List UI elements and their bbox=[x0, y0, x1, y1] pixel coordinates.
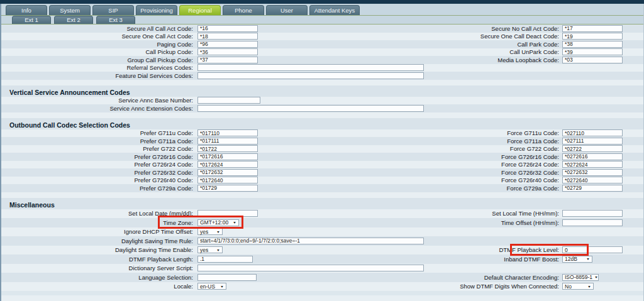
force-g726r40-code-input[interactable]: *0272640 bbox=[562, 177, 623, 183]
field-slot: *0172632 bbox=[197, 168, 258, 177]
field-slot: *19 bbox=[562, 33, 623, 41]
selected-value: No bbox=[565, 283, 572, 290]
prefer-g711a-code-input[interactable]: *017111 bbox=[197, 138, 258, 145]
force-g711u-code-input[interactable]: *027110 bbox=[562, 129, 623, 136]
group-call-pickup-code-input[interactable]: *37 bbox=[197, 57, 258, 63]
prefer-g726r32-code-input[interactable]: *0172632 bbox=[197, 169, 258, 176]
force-g729a-code-input[interactable]: *02729 bbox=[562, 185, 623, 192]
field-slot: *01729 bbox=[197, 184, 258, 192]
form-row: Prefer G711a Code:*017111Force G711a Cod… bbox=[1, 137, 643, 145]
show-dtmf-digits-when-connected-select[interactable]: No▼ bbox=[562, 283, 594, 290]
chevron-down-icon: ▼ bbox=[586, 258, 590, 261]
form-row: Dictionary Server Script: bbox=[1, 264, 643, 273]
secure-one-call-act-code-input[interactable]: *18 bbox=[197, 33, 258, 40]
prefer-g726r16-code-label: Prefer G726r16 Code: bbox=[1, 153, 193, 161]
prefer-g711u-code-label: Prefer G711u Code: bbox=[1, 129, 193, 138]
bottom-filler bbox=[1, 291, 643, 301]
secure-all-call-act-code-label: Secure All Call Act Code: bbox=[1, 25, 193, 33]
secure-all-call-act-code-input[interactable]: *16 bbox=[197, 25, 258, 32]
call-unpark-code-input[interactable]: *39 bbox=[562, 48, 623, 55]
media-loopback-code-input[interactable]: *03 bbox=[562, 57, 623, 63]
tab-ext-3[interactable]: Ext 3 bbox=[96, 16, 135, 24]
form-row: Service Annc Base Number: bbox=[1, 97, 643, 105]
time-zone-select[interactable]: GMT+12:00▼ bbox=[197, 219, 239, 226]
tab-regional[interactable]: Regional bbox=[179, 5, 221, 15]
call-pickup-code-input[interactable]: *36 bbox=[197, 48, 258, 55]
form-row: Service Annc Extension Codes: bbox=[1, 104, 643, 112]
force-g711a-code-input[interactable]: *027111 bbox=[562, 138, 623, 145]
inband-dtmf-boost-select[interactable]: 12dB▼ bbox=[562, 256, 592, 263]
service-annc-base-number-input[interactable] bbox=[197, 97, 260, 104]
secure-one-call-act-code-label: Secure One Call Act Code: bbox=[1, 33, 193, 41]
field-slot: *02729 bbox=[562, 184, 623, 192]
prefer-g726r40-code-input[interactable]: *0172640 bbox=[197, 177, 258, 183]
ignore-dhcp-time-offset-select[interactable]: yes▼ bbox=[197, 228, 223, 235]
referral-services-codes-input[interactable] bbox=[197, 64, 424, 71]
tab-ext-1[interactable]: Ext 1 bbox=[12, 16, 51, 24]
field-slot: *0272632 bbox=[562, 168, 623, 177]
prefer-g722-code-input[interactable]: *01722 bbox=[197, 145, 258, 152]
chevron-down-icon: ▼ bbox=[594, 276, 598, 279]
force-g726r24-code-input[interactable]: *0272624 bbox=[562, 161, 623, 168]
force-g726r32-code-input[interactable]: *0272632 bbox=[562, 169, 623, 176]
section-title-outbound-call-codec-selection-codes: Outbound Call Codec Selection Codes bbox=[1, 118, 643, 129]
prefer-g711u-code-input[interactable]: *017110 bbox=[197, 129, 258, 136]
tab-system[interactable]: System bbox=[49, 5, 91, 15]
dtmf-playback-length-input[interactable]: .1 bbox=[197, 256, 253, 263]
tab-ext-2[interactable]: Ext 2 bbox=[54, 16, 93, 24]
form-row: Call Pickup Code:*36Call UnPark Code:*39 bbox=[1, 48, 643, 57]
daylight-saving-time-rule-input[interactable]: start=4/1/7/3:0:0;end=9/-1/7/2:0:0;save=… bbox=[197, 238, 424, 244]
dictionary-server-script-input[interactable] bbox=[197, 265, 424, 271]
spacer-row bbox=[1, 112, 643, 118]
form-row: Prefer G726r16 Code:*0172616Force G726r1… bbox=[1, 153, 643, 161]
form-row: Language Selection:Default Character Enc… bbox=[1, 273, 643, 282]
set-local-time-hh-mm-input[interactable] bbox=[562, 210, 623, 217]
field-slot: *02722 bbox=[562, 145, 623, 153]
field-slot: *017110 bbox=[197, 129, 258, 138]
prefer-g722-code-label: Prefer G722 Code: bbox=[1, 145, 193, 153]
chevron-down-icon: ▼ bbox=[587, 285, 591, 288]
locale-select[interactable]: en-US▼ bbox=[197, 283, 226, 290]
call-park-code-input[interactable]: *38 bbox=[562, 41, 623, 48]
language-selection-label: Language Selection: bbox=[1, 273, 193, 282]
tab-attendant-keys[interactable]: Attendant Keys bbox=[309, 5, 360, 15]
secure-one-call-deact-code-input[interactable]: *19 bbox=[562, 33, 623, 40]
prefer-g726r24-code-input[interactable]: *0172624 bbox=[197, 161, 258, 168]
time-offset-hh-mm-input[interactable] bbox=[562, 219, 623, 226]
form-row: Referral Services Codes: bbox=[1, 64, 643, 72]
force-g726r32-code-label: Force G726r32 Code: bbox=[341, 168, 559, 177]
selected-value: 12dB bbox=[565, 256, 577, 262]
form-row: Secure All Call Act Code:*16Secure No Ca… bbox=[1, 25, 643, 33]
secure-no-call-act-code-input[interactable]: *17 bbox=[562, 25, 623, 32]
daylight-saving-time-enable-select[interactable]: yes▼ bbox=[197, 246, 223, 253]
field-slot: *0172624 bbox=[197, 161, 258, 169]
prefer-g729a-code-input[interactable]: *01729 bbox=[197, 185, 258, 192]
force-g726r16-code-input[interactable]: *0272616 bbox=[562, 153, 623, 160]
form-row: Daylight Saving Time Enable:yes▼DTMF Pla… bbox=[1, 246, 643, 255]
prefer-g726r16-code-input[interactable]: *0172616 bbox=[197, 153, 258, 160]
feature-dial-services-codes-input[interactable] bbox=[197, 72, 424, 79]
tab-info[interactable]: Info bbox=[6, 5, 47, 15]
field-slot: *01722 bbox=[197, 145, 258, 153]
tab-sip[interactable]: SIP bbox=[92, 5, 134, 15]
field-slot: yes▼ bbox=[197, 227, 223, 237]
tab-user[interactable]: User bbox=[266, 5, 308, 15]
force-g726r16-code-label: Force G726r16 Code: bbox=[341, 153, 559, 161]
force-g722-code-input[interactable]: *02722 bbox=[562, 145, 623, 152]
spacer-row bbox=[1, 192, 643, 198]
service-annc-extension-codes-input[interactable] bbox=[197, 105, 424, 112]
tab-phone[interactable]: Phone bbox=[223, 5, 264, 15]
paging-code-label: Paging Code: bbox=[1, 40, 193, 48]
extension-tab-row: Ext 1Ext 2Ext 3 bbox=[1, 16, 643, 25]
paging-code-input[interactable]: *96 bbox=[197, 41, 258, 48]
language-selection-input[interactable] bbox=[197, 274, 257, 281]
call-park-code-label: Call Park Code: bbox=[341, 40, 559, 48]
tab-provisioning[interactable]: Provisioning bbox=[136, 5, 177, 15]
time-zone-label: Time Zone: bbox=[1, 218, 193, 227]
set-local-date-mm-dd-input[interactable] bbox=[197, 210, 258, 217]
form-row: Prefer G726r32 Code:*0172632Force G726r3… bbox=[1, 168, 643, 177]
media-loopback-code-label: Media Loopback Code: bbox=[341, 56, 559, 64]
dtmf-playback-level-input[interactable]: 0 bbox=[562, 246, 623, 253]
field-slot bbox=[197, 72, 424, 80]
default-character-encoding-select[interactable]: ISO-8859-1▼ bbox=[562, 274, 599, 281]
